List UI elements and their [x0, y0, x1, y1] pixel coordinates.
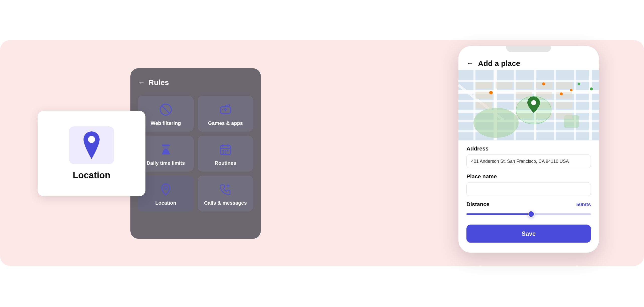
- distance-slider[interactable]: [466, 210, 591, 219]
- rule-item-games-apps[interactable]: Games & apps: [198, 96, 253, 132]
- location-rule-icon: [159, 183, 173, 196]
- slider-fill: [466, 213, 531, 215]
- address-label: Address: [466, 145, 591, 152]
- map-svg: [458, 70, 599, 140]
- svg-point-56: [570, 89, 573, 92]
- svg-rect-10: [222, 150, 224, 151]
- hourglass-icon: [159, 143, 173, 156]
- map-area[interactable]: [458, 70, 599, 140]
- phone-mockup: ← Add a place: [458, 46, 599, 253]
- rules-panel: ← Rules Web filtering: [130, 68, 261, 239]
- ban-icon: [159, 103, 173, 116]
- rule-label-games-apps: Games & apps: [208, 120, 243, 126]
- svg-rect-13: [222, 152, 224, 154]
- calendar-icon: [219, 143, 232, 156]
- rules-panel-title: Rules: [148, 78, 169, 87]
- phone-back-button[interactable]: ←: [466, 59, 473, 67]
- map-background: [458, 70, 599, 140]
- svg-rect-30: [574, 70, 576, 140]
- svg-rect-19: [458, 80, 599, 82]
- svg-rect-11: [225, 150, 226, 151]
- svg-point-52: [531, 100, 536, 105]
- phone-title: Add a place: [478, 59, 520, 68]
- svg-rect-37: [475, 102, 492, 109]
- phone-plus-icon: [219, 183, 232, 196]
- games-icon: [219, 103, 232, 116]
- svg-point-54: [542, 83, 545, 86]
- svg-point-58: [590, 88, 593, 91]
- save-button[interactable]: Save: [466, 225, 591, 243]
- rule-item-location[interactable]: Location: [138, 176, 194, 211]
- location-pin-icon: [80, 131, 103, 159]
- phone-notch: [506, 46, 551, 52]
- rule-item-routines[interactable]: Routines: [198, 136, 253, 172]
- scene: Location ← Rules Web filtering: [0, 0, 644, 307]
- address-input[interactable]: [466, 155, 591, 168]
- distance-label: Distance: [466, 201, 490, 208]
- left-section: Location ← Rules Web filtering: [38, 68, 261, 239]
- rule-label-calls-messages: Calls & messages: [204, 200, 247, 206]
- location-card-label: Location: [73, 170, 110, 181]
- rule-label-web-filtering: Web filtering: [151, 120, 181, 126]
- rule-label-location: Location: [155, 200, 176, 206]
- distance-value: 50mts: [576, 201, 591, 207]
- svg-rect-25: [473, 70, 475, 140]
- rules-header: ← Rules: [138, 78, 253, 87]
- svg-line-2: [162, 106, 170, 114]
- location-icon-bg: [69, 126, 114, 164]
- svg-point-0: [88, 136, 95, 143]
- svg-point-15: [164, 186, 167, 189]
- svg-rect-44: [556, 82, 572, 89]
- svg-rect-29: [554, 70, 556, 140]
- svg-point-57: [578, 83, 580, 85]
- svg-rect-49: [556, 113, 572, 119]
- phone-form: Address Place name Distance 50mts Save: [458, 140, 599, 248]
- rules-grid: Web filtering: [138, 96, 253, 211]
- place-name-input[interactable]: [466, 182, 591, 196]
- phone-header: ← Add a place: [458, 52, 599, 70]
- rule-label-daily-time-limits: Daily time limits: [147, 160, 185, 166]
- svg-rect-45: [556, 92, 572, 99]
- rule-item-calls-messages[interactable]: Calls & messages: [198, 176, 253, 211]
- location-card[interactable]: Location: [38, 111, 145, 196]
- svg-rect-12: [227, 150, 228, 151]
- svg-point-33: [473, 108, 519, 138]
- slider-thumb[interactable]: [528, 211, 535, 218]
- svg-rect-31: [589, 70, 592, 140]
- place-name-label: Place name: [466, 173, 591, 180]
- svg-rect-47: [556, 102, 572, 109]
- svg-point-55: [560, 93, 563, 96]
- svg-rect-38: [496, 82, 512, 89]
- rules-back-button[interactable]: ←: [138, 79, 145, 87]
- svg-point-53: [489, 91, 493, 95]
- svg-rect-39: [516, 82, 532, 89]
- svg-rect-14: [225, 152, 226, 154]
- rule-item-daily-time-limits[interactable]: Daily time limits: [138, 136, 194, 172]
- rule-label-routines: Routines: [215, 160, 236, 166]
- distance-row: Distance 50mts: [466, 201, 591, 208]
- svg-rect-35: [475, 82, 492, 89]
- rule-item-web-filtering[interactable]: Web filtering: [138, 96, 194, 132]
